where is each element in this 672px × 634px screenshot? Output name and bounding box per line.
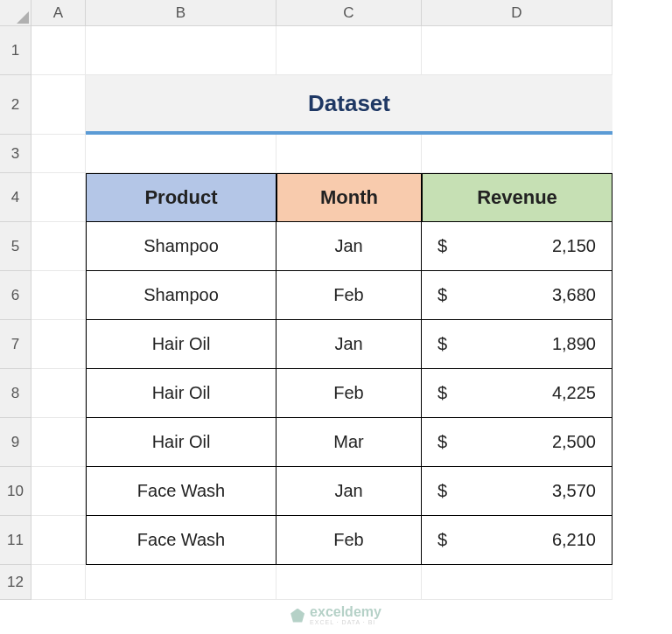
cell-d1[interactable] [422,26,612,75]
cell-a4[interactable] [32,173,86,222]
table-row[interactable]: Jan [276,320,422,369]
currency-symbol: $ [438,334,447,354]
col-header-a[interactable]: A [32,0,86,26]
cell-a12[interactable] [32,565,86,600]
cell-a1[interactable] [32,26,86,75]
watermark-main: exceldemy [310,605,382,619]
table-row[interactable]: Hair Oil [86,418,276,467]
cell-c12[interactable] [276,565,422,600]
revenue-value: 6,210 [552,530,596,550]
table-row[interactable]: Shampoo [86,222,276,271]
select-all-corner[interactable] [0,0,32,26]
cell-a10[interactable] [32,467,86,516]
table-row[interactable]: Hair Oil [86,369,276,418]
table-row[interactable]: Feb [276,516,422,565]
revenue-value: 1,890 [552,334,596,354]
revenue-value: 3,680 [552,285,596,305]
col-header-b[interactable]: B [86,0,276,26]
revenue-value: 2,150 [552,236,596,256]
table-row[interactable]: Hair Oil [86,320,276,369]
table-row[interactable]: Face Wash [86,516,276,565]
spreadsheet-grid: A B C D 1 2 Dataset 3 4 Product Month Re… [0,0,672,600]
row-header-8[interactable]: 8 [0,369,32,418]
watermark: exceldemy EXCEL · DATA · BI [290,605,382,625]
revenue-value: 3,570 [552,481,596,501]
cell-c3[interactable] [276,135,422,173]
row-header-12[interactable]: 12 [0,565,32,600]
table-row[interactable]: Feb [276,271,422,320]
row-header-9[interactable]: 9 [0,418,32,467]
exceldemy-logo-icon [290,609,304,623]
table-row[interactable]: Face Wash [86,467,276,516]
table-row[interactable]: $ 1,890 [422,320,612,369]
cell-b1[interactable] [86,26,276,75]
table-row[interactable]: $ 2,500 [422,418,612,467]
table-row[interactable]: Feb [276,369,422,418]
table-row[interactable]: Mar [276,418,422,467]
currency-symbol: $ [438,432,447,452]
row-header-7[interactable]: 7 [0,320,32,369]
table-row[interactable]: Jan [276,222,422,271]
cell-b3[interactable] [86,135,276,173]
row-header-3[interactable]: 3 [0,135,32,173]
watermark-sub: EXCEL · DATA · BI [310,619,382,625]
row-header-2[interactable]: 2 [0,75,32,135]
cell-a7[interactable] [32,320,86,369]
table-row[interactable]: Shampoo [86,271,276,320]
row-header-10[interactable]: 10 [0,467,32,516]
cell-a9[interactable] [32,418,86,467]
cell-a8[interactable] [32,369,86,418]
table-header-revenue[interactable]: Revenue [422,173,612,222]
cell-a6[interactable] [32,271,86,320]
currency-symbol: $ [438,285,447,305]
col-header-d[interactable]: D [422,0,612,26]
cell-b12[interactable] [86,565,276,600]
cell-a11[interactable] [32,516,86,565]
table-row[interactable]: $ 6,210 [422,516,612,565]
table-row[interactable]: $ 4,225 [422,369,612,418]
dataset-title[interactable]: Dataset [86,75,612,135]
cell-a3[interactable] [32,135,86,173]
currency-symbol: $ [438,236,447,256]
currency-symbol: $ [438,383,447,403]
currency-symbol: $ [438,481,447,501]
table-header-month[interactable]: Month [276,173,422,222]
row-header-4[interactable]: 4 [0,173,32,222]
cell-a5[interactable] [32,222,86,271]
cell-a2[interactable] [32,75,86,135]
cell-d3[interactable] [422,135,612,173]
table-header-product[interactable]: Product [86,173,276,222]
table-row[interactable]: $ 3,570 [422,467,612,516]
row-header-1[interactable]: 1 [0,26,32,75]
table-row[interactable]: $ 2,150 [422,222,612,271]
row-header-6[interactable]: 6 [0,271,32,320]
currency-symbol: $ [438,530,447,550]
cell-d12[interactable] [422,565,612,600]
table-row[interactable]: Jan [276,467,422,516]
row-header-5[interactable]: 5 [0,222,32,271]
col-header-c[interactable]: C [276,0,422,26]
revenue-value: 2,500 [552,432,596,452]
revenue-value: 4,225 [552,383,596,403]
table-row[interactable]: $ 3,680 [422,271,612,320]
cell-c1[interactable] [276,26,422,75]
row-header-11[interactable]: 11 [0,516,32,565]
